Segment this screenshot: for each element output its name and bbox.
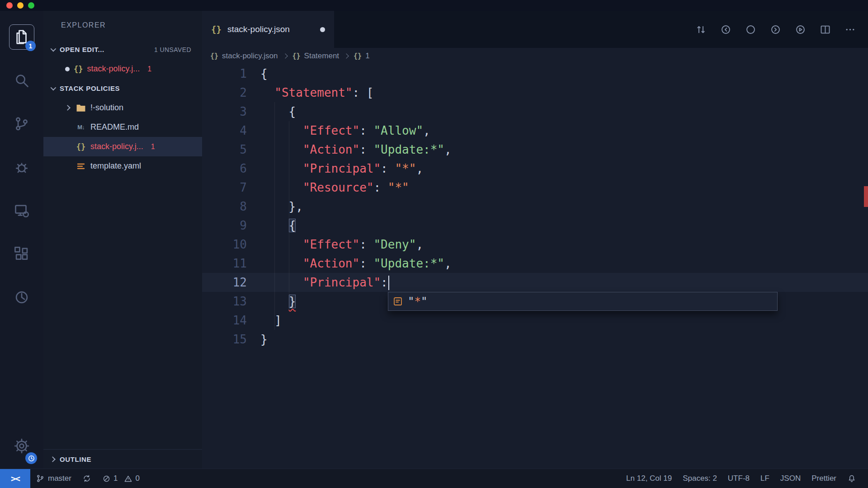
line-content: "Effect": "Allow", — [260, 121, 430, 140]
tree-item-template-yaml[interactable]: template.yaml — [43, 156, 202, 176]
indent-guide — [274, 102, 275, 330]
activity-explorer-button[interactable]: 1 — [0, 15, 43, 59]
code-line[interactable]: 7 "Resource": "*" — [202, 178, 868, 197]
suggest-widget[interactable]: "*" — [388, 292, 778, 311]
overview-ruler-error-mark — [864, 186, 868, 207]
code-line[interactable]: 2 "Statement": [ — [202, 83, 868, 102]
tree-item-solution-folder[interactable]: !-solution — [43, 98, 202, 117]
code-line[interactable]: 4 "Effect": "Allow", — [202, 121, 868, 140]
explorer-sidebar: EXPLORER OPEN EDIT... 1 UNSAVED {} stack… — [43, 11, 202, 469]
modified-dot-icon[interactable] — [320, 27, 325, 32]
json-braces-icon: {} — [210, 52, 218, 60]
zoom-window-button[interactable] — [28, 2, 34, 9]
outline-header[interactable]: OUTLINE — [43, 449, 202, 469]
activity-debug-button[interactable] — [0, 145, 43, 189]
tree-item-readme[interactable]: M↓ README.md — [43, 117, 202, 137]
line-content: } — [260, 330, 268, 349]
line-number: 8 — [202, 197, 260, 216]
notifications-item[interactable] — [842, 474, 862, 483]
tree-item-stack-policy[interactable]: {} stack-policy.j... 1 — [43, 137, 202, 156]
line-number: 11 — [202, 254, 260, 273]
error-count-badge: 1 — [151, 143, 155, 151]
remote-indicator[interactable]: >< — [0, 469, 30, 488]
activity-tool-button[interactable] — [0, 276, 43, 319]
branch-icon — [36, 474, 45, 483]
branch-name: master — [48, 474, 71, 483]
encoding-item[interactable]: UTF-8 — [722, 474, 755, 483]
code-line[interactable]: 1{ — [202, 64, 868, 83]
indentation-item[interactable]: Spaces: 2 — [677, 474, 722, 483]
sync-button[interactable] — [77, 469, 97, 488]
breadcrumb-label: 1 — [365, 52, 369, 61]
titlebar — [0, 0, 868, 11]
line-content: "Resource": "*" — [260, 178, 409, 197]
chevron-down-icon — [51, 46, 57, 52]
object-braces-icon: {} — [292, 52, 301, 60]
code-line[interactable]: 15} — [202, 330, 868, 349]
warning-icon — [124, 474, 132, 483]
breadcrumb-file[interactable]: {} stack-policy.json — [210, 52, 278, 61]
eol-item[interactable]: LF — [755, 474, 775, 483]
tab-stack-policy-json[interactable]: {} stack-policy.json — [202, 11, 334, 48]
activity-remote-explorer-button[interactable] — [0, 189, 43, 232]
navigate-forward-icon[interactable] — [769, 23, 782, 36]
breadcrumb-symbol-statement[interactable]: {} Statement — [292, 52, 340, 61]
breadcrumb: {} stack-policy.json {} Statement {} 1 — [202, 48, 868, 64]
activity-extensions-button[interactable] — [0, 232, 43, 276]
formatter-item[interactable]: Prettier — [806, 474, 842, 483]
line-number: 4 — [202, 121, 260, 140]
code-editor[interactable]: 1{2 "Statement": [3 {4 "Effect": "Allow"… — [202, 64, 868, 469]
code-line[interactable]: 3 { — [202, 102, 868, 121]
problems-item[interactable]: 1 0 — [97, 469, 149, 488]
code-line[interactable]: 8 }, — [202, 197, 868, 216]
remote-window-icon — [13, 202, 30, 219]
run-icon[interactable] — [794, 23, 807, 36]
open-editor-filename: stack-policy.j... — [87, 64, 140, 74]
activity-settings-button[interactable] — [0, 424, 43, 468]
unsaved-badge: 1 UNSAVED — [154, 46, 196, 53]
language-mode-item[interactable]: JSON — [775, 474, 806, 483]
modified-dot-icon — [65, 67, 70, 71]
line-content: }, — [260, 197, 303, 216]
breadcrumb-label: Statement — [304, 52, 340, 61]
git-branch-item[interactable]: master — [30, 469, 77, 488]
error-count: 1 — [113, 474, 118, 483]
minimize-window-button[interactable] — [17, 2, 24, 9]
clock-tool-icon — [13, 289, 30, 306]
line-number: 12 — [202, 273, 260, 292]
code-line[interactable]: 9 { — [202, 216, 868, 235]
activity-source-control-button[interactable] — [0, 102, 43, 145]
folder-section-label: STACK POLICIES — [60, 84, 120, 92]
activity-search-button[interactable] — [0, 59, 43, 102]
code-line[interactable]: 5 "Action": "Update:*", — [202, 140, 868, 159]
line-content: "Effect": "Deny", — [260, 235, 423, 254]
folder-section-header[interactable]: STACK POLICIES — [43, 79, 202, 98]
compare-changes-icon[interactable] — [695, 23, 707, 36]
chevron-right-icon — [283, 53, 288, 58]
error-icon — [102, 474, 111, 483]
cursor-position-item[interactable]: Ln 12, Col 19 — [621, 474, 677, 483]
code-line[interactable]: 11 "Action": "Update:*", — [202, 254, 868, 273]
debug-icon — [13, 159, 30, 176]
yaml-icon — [76, 162, 85, 170]
activity-bar: 1 — [0, 11, 43, 469]
extensions-icon — [13, 245, 30, 263]
navigate-back-icon[interactable] — [720, 23, 732, 36]
line-number: 1 — [202, 64, 260, 83]
code-line[interactable]: 14 ] — [202, 311, 868, 330]
more-actions-icon[interactable] — [844, 23, 856, 36]
split-editor-icon[interactable] — [819, 23, 831, 36]
object-braces-icon: {} — [354, 52, 362, 60]
open-editors-header[interactable]: OPEN EDIT... 1 UNSAVED — [43, 40, 202, 59]
close-window-button[interactable] — [6, 2, 13, 9]
circle-outline-icon[interactable] — [745, 23, 757, 36]
code-line[interactable]: 12 "Principal": — [202, 273, 868, 292]
code-line[interactable]: 6 "Principal": "*", — [202, 159, 868, 178]
breadcrumb-symbol-index[interactable]: {} 1 — [354, 52, 370, 61]
code-line[interactable]: 10 "Effect": "Deny", — [202, 235, 868, 254]
open-editors-label: OPEN EDIT... — [60, 46, 104, 53]
open-editor-item[interactable]: {} stack-policy.j... 1 — [43, 59, 202, 79]
line-content: } — [260, 292, 296, 311]
status-bar-right: Ln 12, Col 19 Spaces: 2 UTF-8 LF JSON Pr… — [621, 469, 868, 488]
line-number: 10 — [202, 235, 260, 254]
